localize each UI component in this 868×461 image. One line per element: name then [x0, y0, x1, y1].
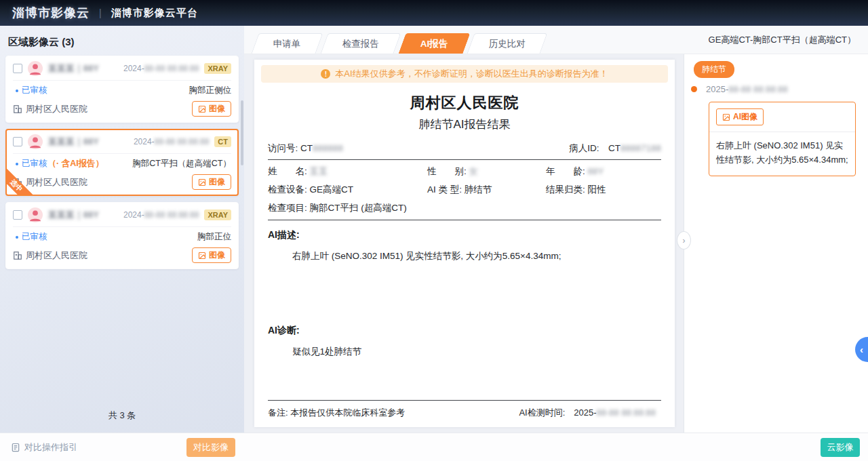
tab-application-form[interactable]: 申请单	[252, 33, 323, 54]
status-reviewed: 已审核	[22, 85, 47, 96]
brand-separator: |	[99, 7, 102, 18]
modality-badge: XRAY	[204, 63, 231, 74]
study-checkbox[interactable]	[13, 210, 22, 220]
study-card[interactable]: 某某某｜88Y 2024-88-88 88:88:88 XRAY 已审核 胸部正…	[5, 202, 239, 269]
exam-name: 胸部正位	[197, 231, 231, 243]
field-name: 姓 名: 某某	[268, 162, 427, 180]
field-age: 年 龄: 88Y	[546, 162, 661, 180]
hospital-icon	[13, 251, 22, 260]
exam-name: 胸部正侧位	[189, 85, 232, 96]
ai-diagnosis-text: 疑似见1处肺结节	[292, 346, 661, 358]
disclaimer-text: 本AI结果仅供参考，不作诊断证明，诊断以医生出具的诊断报告为准！	[335, 68, 608, 80]
chevron-right-icon[interactable]: ›	[677, 231, 691, 249]
status-reviewed: 已审核	[22, 231, 47, 243]
divider	[709, 132, 855, 132]
modality-badge: XRAY	[204, 209, 231, 220]
ai-description-text: 右肺上叶 (SeNO.302 IM51) 见实性结节影, 大小约为5.65×4.…	[292, 250, 661, 262]
status-dot-icon	[16, 236, 18, 239]
patient-info-block: 访问号: CT888888 病人ID: CT88887188 姓 名: 某某 性…	[268, 142, 661, 220]
nodule-panel: 肺结节 2025-88-88 88:88:88 AI图像 右肺上叶 (SeNO.…	[684, 54, 868, 433]
report-hospital-title: 周村区人民医院	[254, 93, 675, 113]
study-checkbox[interactable]	[13, 137, 22, 146]
bottom-bar: 对比操作指引 对比影像 云影像	[0, 433, 868, 461]
nodule-type-badge: 肺结节	[694, 61, 734, 78]
sidebar-scrollbar[interactable]	[241, 100, 243, 165]
nodule-finding-card[interactable]: AI图像 右肺上叶 (SeNO.302 IM51) 见实性结节影, 大小约为5.…	[709, 102, 856, 176]
study-card-selected[interactable]: 某某某｜88Y 2024-88-88 88:88:88 CT 已审核 （· 含A…	[5, 129, 239, 196]
field-exam-item: 检查项目: 胸部CT平扫 (超高端CT)	[268, 199, 407, 217]
study-card[interactable]: 某某某｜88Y 2024-88-88 88:88:88 XRAY 已审核 胸部正…	[5, 56, 239, 123]
tab-ai-report[interactable]: AI报告	[398, 33, 469, 54]
ai-description-label: AI描述:	[268, 229, 661, 241]
tab-exam-report[interactable]: 检查报告	[320, 33, 401, 54]
report-note: 备注: 本报告仅供本院临床科室参考	[268, 407, 405, 419]
open-image-button[interactable]: 图像	[192, 174, 231, 190]
study-datetime: 2024-88-88 88:88:88	[123, 210, 199, 220]
patient-avatar	[28, 207, 43, 222]
status-dot-icon	[16, 163, 18, 165]
image-icon	[722, 113, 730, 121]
report-footer: 备注: 本报告仅供本院临床科室参考 AI检测时间: 2025-88-88 88:…	[268, 400, 661, 419]
hospital-icon	[13, 104, 22, 114]
study-datetime: 2024-88-88 88:88:88	[123, 64, 199, 73]
field-result-class: 结果归类: 阳性	[546, 180, 661, 199]
patient-avatar	[28, 134, 43, 149]
platform-title: 淄博市影像云平台	[111, 7, 198, 20]
ai-diagnosis-section: AI诊断: 疑似见1处肺结节	[268, 325, 661, 358]
study-checkbox[interactable]	[13, 64, 22, 73]
ai-disclaimer-banner: ! 本AI结果仅供参考，不作诊断证明，诊断以医生出具的诊断报告为准！	[261, 65, 668, 83]
cloud-image-button[interactable]: 云影像	[821, 438, 860, 457]
field-device: 检查设备: GE高端CT	[268, 180, 427, 199]
open-image-button[interactable]: 图像	[192, 101, 231, 117]
nodule-timeline-item: 2025-88-88 88:88:88	[691, 84, 868, 94]
field-ai-type: AI 类 型: 肺结节	[427, 180, 546, 199]
patient-name: 某某某｜88Y	[48, 209, 99, 221]
ai-report-tag: （· 含AI报告）	[48, 158, 104, 169]
field-gender: 性 别: 女	[427, 162, 546, 180]
compare-images-button[interactable]: 对比影像	[186, 438, 235, 457]
patient-name: 某某某｜88Y	[48, 62, 99, 75]
brand-logo: 淄博市影像云	[12, 5, 90, 21]
image-icon	[198, 252, 206, 260]
ai-detect-time: AI检测时间: 2025-88-88 88:88:88	[519, 407, 656, 419]
exam-title: GE高端CT-胸部CT平扫（超高端CT）	[709, 26, 856, 54]
open-image-button[interactable]: 图像	[192, 247, 231, 263]
divider	[268, 220, 661, 220]
compare-guide-link[interactable]: 对比操作指引	[11, 433, 77, 461]
status-dot-icon	[16, 89, 18, 92]
nodule-datetime: 2025-88-88 88:88:88	[706, 84, 788, 94]
exam-name: 胸部CT平扫（超高端CT）	[132, 158, 231, 169]
patient-name: 某某某｜88Y	[48, 136, 99, 148]
timeline-dot-icon	[691, 86, 697, 92]
ai-description-section: AI描述: 右肺上叶 (SeNO.302 IM51) 见实性结节影, 大小约为5…	[268, 229, 661, 262]
total-count: 共 3 条	[0, 409, 244, 422]
hospital-name: 周村区人民医院	[26, 103, 87, 115]
app-header: 淄博市影像云 | 淄博市影像云平台	[0, 0, 868, 26]
ai-report-page: ! 本AI结果仅供参考，不作诊断证明，诊断以医生出具的诊断报告为准！ 周村区人民…	[254, 60, 675, 427]
nodule-finding-text: 右肺上叶 (SeNO.302 IM51) 见实性结节影, 大小约为5.65×4.…	[716, 138, 848, 167]
visit-no: 访问号: CT888888	[268, 142, 343, 155]
tab-history-compare[interactable]: 历史比对	[467, 33, 548, 54]
study-list-sidebar: 区域影像云 (3) 某某某｜88Y 2024-88-88 88:88:88 XR…	[0, 26, 244, 433]
image-icon	[198, 105, 206, 113]
hospital-name: 周村区人民医院	[26, 176, 87, 188]
status-reviewed: 已审核	[22, 158, 47, 169]
guide-icon	[11, 443, 20, 452]
ai-image-button[interactable]: AI图像	[716, 108, 764, 125]
image-icon	[198, 178, 206, 186]
hospital-name: 周村区人民医院	[26, 249, 87, 262]
report-subtitle: 肺结节AI报告结果	[254, 117, 675, 132]
sidebar-title: 区域影像云 (3)	[0, 26, 244, 56]
tab-bar: 申请单 检查报告 AI报告 历史比对 GE高端CT-胸部CT平扫（超高端CT）	[244, 26, 868, 54]
warning-icon: !	[321, 69, 330, 79]
modality-badge: CT	[214, 136, 231, 147]
ai-diagnosis-label: AI诊断:	[268, 325, 661, 337]
patient-avatar	[28, 61, 43, 76]
patient-id: 病人ID: CT88887188	[569, 142, 661, 155]
study-datetime: 2024-88-88 88:88:88	[134, 137, 209, 146]
